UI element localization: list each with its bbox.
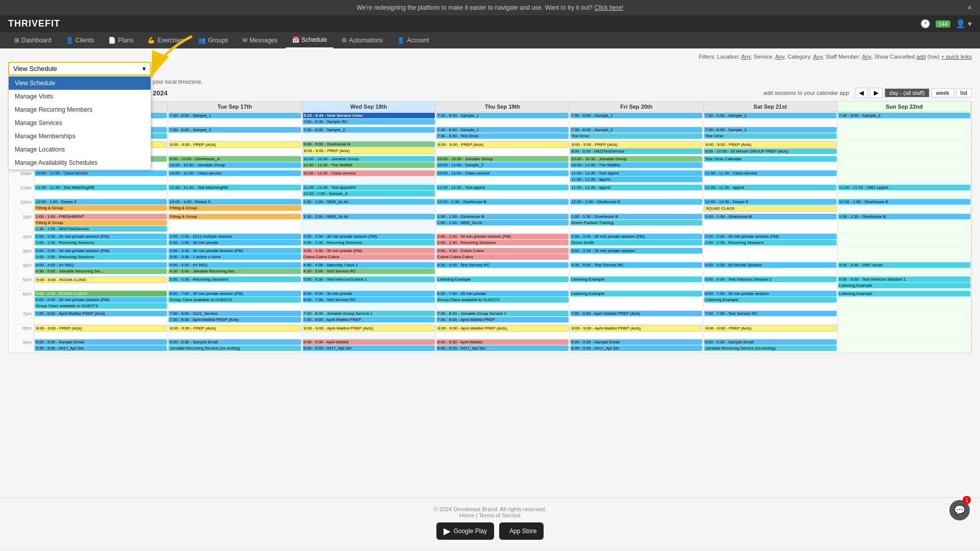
wed-9am[interactable]: 10:00 - 10:30 - Joinable Group 10:00 - 1… xyxy=(302,156,436,170)
event[interactable]: 5:00 - 6:00 - ROOM-CLINIC xyxy=(35,277,167,283)
event[interactable]: Fitting & Group xyxy=(168,214,301,219)
event[interactable]: Fitting & Group xyxy=(35,220,167,226)
event[interactable]: 1:30 - 1:00 - 0822TestService xyxy=(35,226,167,232)
dropdown-manage-memberships[interactable]: Manage Memberships xyxy=(9,130,151,143)
wed-2pm[interactable]: 2:00 - 2:30 - 30 min private session (FM… xyxy=(302,233,436,247)
event[interactable]: 8:00 - 9:00 - PREP (Acls) xyxy=(704,325,836,332)
sun-3pm[interactable] xyxy=(838,247,971,262)
fri-1pm[interactable]: 1:00 - 1:30 - Gluehouse B Green Pasture … xyxy=(570,213,703,233)
event[interactable]: Fitting & Group xyxy=(35,205,167,211)
filter-cancelled[interactable]: add xyxy=(916,54,925,60)
wed-6pm[interactable]: 6:00 - 6:30 - 30 min private 6:00 - 7:30… xyxy=(302,290,436,310)
event[interactable]: 2:00 - 2:30 - Recurring Sessions xyxy=(35,240,167,245)
event[interactable]: 8:00 - 9:00 - PREP (Acls) xyxy=(35,325,167,332)
event[interactable]: 6:00 - 6:30 - 30 min private session (FM… xyxy=(35,297,167,303)
event[interactable]: Joinable Recurring Service (no ending) xyxy=(704,345,836,351)
event[interactable]: 12:00 - 1:00 - Deeps 5 xyxy=(35,199,167,205)
event-new-service[interactable]: 8:15 - 8:43 - New Service Color xyxy=(303,113,435,118)
mon-8pm[interactable]: 8:00 - 9:00 - PREP (Acls) xyxy=(34,324,168,339)
filter-category[interactable]: Any xyxy=(813,54,822,60)
footer-tos-link[interactable]: Terms of Service xyxy=(479,512,521,518)
event[interactable]: 4:30 - 5:00 - Joinable Recurring Ser... xyxy=(35,268,167,274)
event[interactable]: 2:30 - 3:00 - 30 min private session (FM… xyxy=(570,234,702,239)
fri-9am[interactable]: 10:00 - 10:30 - Joinable Group 10:00 - 1… xyxy=(570,156,703,170)
sat-9pm[interactable]: 9:00 - 9:30 - Sample Email Joinable Recu… xyxy=(703,339,837,353)
event[interactable]: 10:00 - 11:00 - The Waitlist xyxy=(303,162,435,168)
tue-3pm[interactable]: 3:00 - 3:30 - 30 min private session (FM… xyxy=(168,247,302,262)
event[interactable]: Listening Example xyxy=(838,291,970,296)
thu-7am[interactable]: 7:30 - 8:30 - Sample_1 7:30 - 8:30 - Tes… xyxy=(436,127,570,141)
dropdown-manage-availability[interactable]: Manage Availability Schedules xyxy=(9,156,151,169)
event[interactable]: 7:00 - 7:30 - Test Service RC xyxy=(704,311,836,316)
wed-12pm[interactable]: 1:00 - 1:00 - 0826_2a Int xyxy=(302,198,436,213)
nav-groups[interactable]: 👥 Groups xyxy=(192,33,234,48)
wed-7pm[interactable]: 7:30 - 8:30 - Joinable Group Service 1 7… xyxy=(302,310,436,324)
event[interactable]: 7:30 - 8:30 - April-Waitlist PREP (Acls) xyxy=(168,317,301,322)
tue-12pm[interactable]: 12:00 - 1:00 - Deeps 5 Fitting & Group xyxy=(168,198,302,213)
event[interactable]: Joinable Recurring Service (no ending) xyxy=(168,345,301,351)
event[interactable]: 5:00 - 6:00 - Test Intercors Session 1 xyxy=(838,277,970,282)
event[interactable]: 7:00 - 8:00 - 0121_Service xyxy=(168,311,301,316)
event[interactable]: 5:00 - 5:30 - Recurring Sessions xyxy=(168,277,301,282)
event[interactable]: 2:00 - 2:30 - Recurring Sessions xyxy=(704,240,836,245)
event[interactable]: 9:00 - 9:33 - 0417_Apt Ser xyxy=(436,345,569,351)
event[interactable]: 11:00 - 11:30 - Test MatchingRB xyxy=(168,185,301,190)
event[interactable]: 8:00 - 9:00 - PREP (Acls) xyxy=(303,147,435,154)
nav-automations[interactable]: ⚙ Automations xyxy=(335,33,389,48)
event[interactable]: 4:00 - 4:20 - 4Y REQ xyxy=(168,262,301,268)
event[interactable]: 11:00 - 11:30 - 0981 appmt xyxy=(838,185,970,190)
event[interactable]: 2:00 - 2:30 - Recurring Sessions xyxy=(436,240,569,245)
view-week[interactable]: week xyxy=(932,88,954,97)
thu-3pm[interactable]: 3:00 - 3:30 - Cobra Cobra Cobra Cobra Co… xyxy=(436,247,570,262)
event[interactable]: 8:00 - 9:00 - PREP (Acls) xyxy=(436,141,569,148)
event[interactable]: 11:00 - 11:30 - appmt xyxy=(570,177,702,182)
event[interactable]: 5:00 - 5:30 - Test Intercors5-book 1 xyxy=(303,277,435,282)
thu-5pm[interactable]: Listening Example xyxy=(436,276,570,290)
event[interactable]: 10:00 - 10:30 - Joinable Group xyxy=(168,162,301,168)
event[interactable]: 1:30 - 2:00 - 0826_2a Int xyxy=(303,214,435,219)
event[interactable]: 1:00 - 1:30 - Gluehouse B xyxy=(570,214,702,219)
sun-7pm[interactable] xyxy=(838,310,971,324)
wed-10am[interactable]: 10:00 - 11:00 - Class-service xyxy=(302,170,436,184)
event[interactable]: 11:00 - 11:30 - appmt xyxy=(570,185,702,190)
event[interactable]: Cobra Cobra Cobra xyxy=(436,254,569,260)
fri-4pm[interactable]: 4:30 - 5:00 - Test Service RC xyxy=(570,262,703,276)
event[interactable]: 2:00 - 2:30 - 30 min private session (FM… xyxy=(436,234,569,239)
event[interactable]: 9:00 - 9:30 - Sample Email xyxy=(704,339,836,345)
nav-schedule[interactable]: 📅 Schedule xyxy=(286,32,333,48)
event[interactable]: 9:00 - 9:30 - Sample Email xyxy=(35,339,167,345)
announcement-link[interactable]: Click here! xyxy=(595,4,624,11)
event[interactable]: 1:00 - 1:30 - Gluehouse B xyxy=(704,214,836,219)
app-store-badge[interactable]: App Store xyxy=(499,522,544,540)
sun-11am[interactable]: 11:00 - 11:30 - 0981 appmt xyxy=(838,184,971,198)
event[interactable]: Test Clinic Calendar xyxy=(704,156,836,162)
tue-9pm[interactable]: 9:00 - 9:30 - Sample Email Joinable Recu… xyxy=(168,339,302,353)
event[interactable]: 12:00 - 1:00 - Gluehouse B xyxy=(570,199,702,205)
event[interactable]: 10:00 - 10:30 - Joinable Group xyxy=(570,156,702,162)
thu-8am[interactable]: 8:00 - 9:00 - PREP (Acls) xyxy=(436,141,570,156)
event[interactable]: 7:00 - 8:00 - April-Waitlist PREP (Acls) xyxy=(35,311,167,316)
event[interactable]: 9:00 - 9:30 - Ayrli-Waitlist xyxy=(303,339,435,345)
tue-8am[interactable]: 8:00 - 9:00 - PREP (Acls) xyxy=(168,141,302,156)
tue-7am[interactable]: 7:30 - 8:00 - Sample_2 xyxy=(168,127,302,141)
sun-4pm[interactable]: 4:00 - 4:30 - 0987 music xyxy=(838,262,971,276)
view-list[interactable]: list xyxy=(956,88,972,97)
event[interactable]: 6:00 - 6:30 - 30 min private xyxy=(303,291,435,296)
event[interactable]: 3:00 - 3:30 - Recurring Sessions xyxy=(35,254,167,260)
event[interactable]: 3:00 - 3:30 - 30 min private session (FM… xyxy=(35,248,167,254)
wed-5pm[interactable]: 5:00 - 5:30 - Test Intercors5-book 1 xyxy=(302,276,436,290)
announcement-close[interactable]: × xyxy=(968,4,972,12)
mon-4pm[interactable]: 4:00 - 4:20 - 4Y REQ 4:30 - 5:00 - Joina… xyxy=(34,262,168,276)
event[interactable]: 7:30 - 8:00 - Sample_2 xyxy=(168,127,301,133)
event[interactable]: Green Pasture Training xyxy=(570,220,702,226)
event[interactable]: 9:00 - 9:30 - Sample Email xyxy=(570,339,702,345)
event[interactable]: 7:30 - 8:30 - Joinable Group Service 1 xyxy=(436,311,569,316)
dropdown-manage-locations[interactable]: Manage Locations xyxy=(9,143,151,156)
fri-7pm[interactable]: 7:00 - 8:00 - April-Waitlist PREP (Acls) xyxy=(570,310,703,324)
fri-6pm[interactable]: Listening Example xyxy=(570,290,703,310)
event[interactable]: Grove Smith xyxy=(570,240,702,245)
nav-messages[interactable]: ✉ Messages xyxy=(236,33,284,48)
schedule-dropdown[interactable]: View Schedule ▾ xyxy=(8,62,151,76)
event[interactable]: 7:30 - 8:00 - Sample_2 xyxy=(838,113,970,118)
event[interactable]: 7:30 - 8:30 - Test Drive xyxy=(436,133,569,139)
